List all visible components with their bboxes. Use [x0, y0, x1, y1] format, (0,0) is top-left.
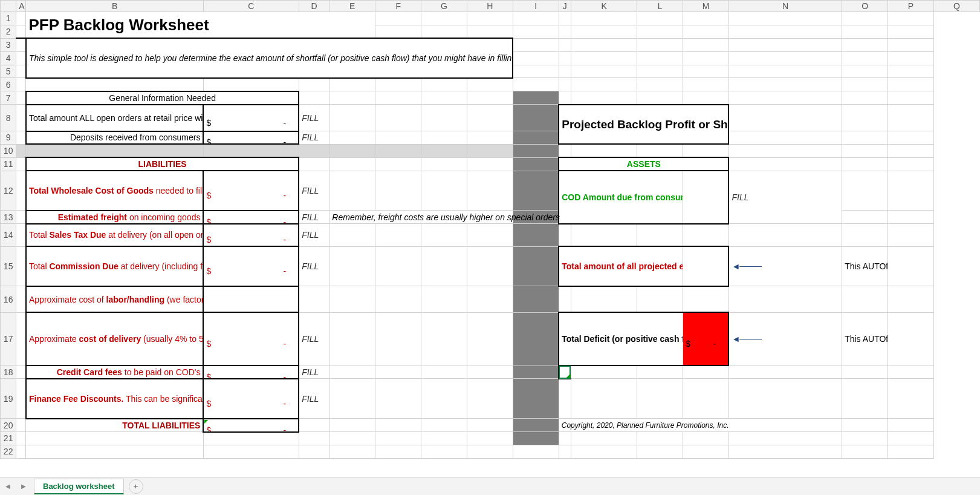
- col-L[interactable]: L: [637, 1, 683, 12]
- row-1[interactable]: 1: [1, 12, 16, 25]
- spreadsheet-grid[interactable]: A B C D E F G H I J K L M N O P Q 1 PFP …: [0, 0, 980, 459]
- column-header-row[interactable]: A B C D E F G H I J K L M N O P Q: [1, 1, 980, 12]
- row-4[interactable]: 4: [1, 51, 16, 65]
- liabilities-header: LIABILITIES: [26, 157, 299, 171]
- projected-title: Projected Backlog Profit or Shortfall: [559, 105, 729, 145]
- autofill-note: ◄────: [729, 246, 842, 286]
- sales-tax-value[interactable]: $-: [203, 224, 299, 246]
- deposits-label: Deposits received from consumers: [26, 131, 203, 145]
- col-D[interactable]: D: [299, 1, 329, 12]
- row-22[interactable]: 22: [1, 445, 16, 458]
- arrow-left-icon: ◄────: [732, 261, 761, 271]
- col-I[interactable]: I: [513, 1, 559, 12]
- selected-cell-K18[interactable]: [559, 366, 571, 379]
- row-5[interactable]: 5: [1, 65, 16, 78]
- row-17[interactable]: 17: [1, 312, 16, 366]
- cod-label: COD Amount due from consumers: [559, 171, 683, 224]
- col-M[interactable]: M: [683, 1, 729, 12]
- row-10[interactable]: 10: [1, 144, 16, 157]
- autofill-text: This AUTOfills: [842, 312, 888, 366]
- row-9[interactable]: 9: [1, 131, 16, 145]
- row-3[interactable]: 3: [1, 38, 16, 51]
- fill-hint: FILL: [299, 131, 329, 145]
- general-info-header: General Information Needed: [26, 91, 299, 105]
- row-21[interactable]: 21: [1, 432, 16, 445]
- row-6[interactable]: 6: [1, 78, 16, 91]
- open-orders-value[interactable]: $-: [203, 105, 299, 131]
- row-15[interactable]: 15: [1, 246, 16, 286]
- total-liabilities-label: TOTAL LIABILITIES: [26, 419, 203, 432]
- ccfee-value[interactable]: $-: [203, 366, 299, 379]
- row-16[interactable]: 16: [1, 286, 16, 313]
- row-2[interactable]: 2: [1, 25, 16, 38]
- wholesale-cost-label: Total Wholesale Cost of Goods needed to …: [26, 171, 203, 211]
- row-11[interactable]: 11: [1, 157, 16, 171]
- total-liabilities-value: $-: [203, 419, 299, 432]
- col-N[interactable]: N: [729, 1, 842, 12]
- col-P[interactable]: P: [888, 1, 934, 12]
- row-14[interactable]: 14: [1, 224, 16, 246]
- col-E[interactable]: E: [329, 1, 375, 12]
- sales-tax-label: Total Sales Tax Due at delivery (on all …: [26, 224, 203, 246]
- labor-value[interactable]: [203, 286, 299, 313]
- cod-value[interactable]: $-: [683, 171, 729, 224]
- tab-nav-prev[interactable]: ◄: [0, 482, 16, 491]
- labor-label: Approximate cost of labor/handling (we f…: [26, 286, 203, 313]
- col-Q[interactable]: Q: [933, 1, 979, 12]
- row-20[interactable]: 20: [1, 419, 16, 432]
- sheet-tab-active[interactable]: Backlog worksheet: [34, 479, 124, 494]
- col-F[interactable]: F: [375, 1, 421, 12]
- col-J[interactable]: J: [559, 1, 571, 12]
- fill-hint: FILL: [299, 171, 329, 211]
- deficit-value: $-: [683, 312, 729, 366]
- add-sheet-button[interactable]: +: [129, 479, 143, 494]
- select-all-corner[interactable]: [1, 1, 16, 12]
- col-G[interactable]: G: [421, 1, 467, 12]
- delivery-label: Approximate cost of delivery (usually 4%…: [26, 312, 203, 366]
- fill-hint: FILL: [299, 379, 329, 419]
- fill-hint: FILL: [299, 224, 329, 246]
- row-13[interactable]: 13: [1, 211, 16, 224]
- col-A[interactable]: A: [16, 1, 26, 12]
- finance-fee-label: Finance Fee Discounts. This can be signi…: [26, 379, 203, 419]
- freight-note: Remember, freight costs are usually high…: [329, 211, 513, 224]
- row-12[interactable]: 12: [1, 171, 16, 211]
- col-H[interactable]: H: [467, 1, 513, 12]
- col-K[interactable]: K: [571, 1, 637, 12]
- row-7[interactable]: 7: [1, 91, 16, 105]
- arrow-left-icon: ◄────: [732, 334, 761, 344]
- autofill-text: This AUTOfills: [842, 246, 888, 286]
- total-expenses-label: Total amount of all projected expenses t…: [559, 246, 683, 286]
- freight-label: Estimated freight on incoming goods: [26, 211, 203, 224]
- commission-value[interactable]: $-: [203, 246, 299, 286]
- col-B[interactable]: B: [26, 1, 203, 12]
- deficit-label: Total Deficit (or positive cash flow) ex…: [559, 312, 683, 366]
- fill-hint: FILL: [299, 211, 329, 224]
- fill-hint: FILL: [299, 246, 329, 286]
- wholesale-cost-value[interactable]: $-: [203, 171, 299, 211]
- sheet-tab-bar: ◄ ► Backlog worksheet +: [0, 477, 980, 495]
- freight-value[interactable]: $-: [203, 211, 299, 224]
- row-8[interactable]: 8: [1, 105, 16, 131]
- description-text: This simple tool is designed to help you…: [26, 38, 513, 78]
- row-18[interactable]: 18: [1, 366, 16, 379]
- finance-fee-value[interactable]: $-: [203, 379, 299, 419]
- tab-nav-next[interactable]: ►: [16, 482, 31, 491]
- page-title: PFP Backlog Worksheet: [26, 12, 375, 39]
- fill-hint: FILL: [299, 366, 329, 379]
- delivery-value[interactable]: $-: [203, 312, 299, 366]
- commission-label: Total Commission Due at delivery (includ…: [26, 246, 203, 286]
- col-O[interactable]: O: [842, 1, 888, 12]
- col-C[interactable]: C: [203, 1, 299, 12]
- total-expenses-value: $-: [683, 246, 729, 286]
- row-19[interactable]: 19: [1, 379, 16, 419]
- ccfee-label: Credit Card fees to be paid on COD's: [26, 366, 203, 379]
- open-orders-label: Total amount ALL open orders at retail p…: [26, 105, 203, 131]
- autofill-note: ◄────: [729, 312, 842, 366]
- assets-header: ASSETS: [559, 157, 729, 171]
- deposits-value[interactable]: $-: [203, 131, 299, 145]
- fill-hint: FILL: [729, 171, 842, 224]
- copyright-text: Copyright, 2020, Planned Furniture Promo…: [559, 419, 842, 432]
- fill-hint: FILL: [299, 312, 329, 366]
- fill-hint: FILL: [299, 105, 329, 131]
